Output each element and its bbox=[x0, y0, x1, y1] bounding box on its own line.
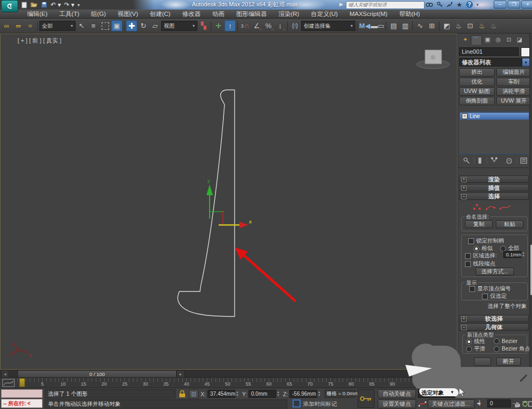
all-radio-icon[interactable] bbox=[500, 246, 506, 252]
bezier-corner-radio-icon[interactable] bbox=[494, 346, 500, 352]
search-input[interactable]: 键入关键字或短语 bbox=[346, 1, 425, 9]
rollout-interpolation[interactable]: +插值 bbox=[459, 184, 529, 191]
viewcube[interactable]: 前 bbox=[417, 50, 450, 69]
move-gizmo[interactable]: y x bbox=[206, 178, 252, 228]
select-and-link-icon[interactable]: ∞ bbox=[1, 20, 12, 31]
set-key-button[interactable]: 设置关键点 bbox=[378, 399, 416, 408]
modifier-button[interactable]: 倒角剖面 bbox=[459, 97, 495, 105]
render-setup-icon[interactable]: ♨ bbox=[453, 20, 464, 31]
keyboard-override-toggle-icon[interactable]: ↑ bbox=[225, 20, 236, 31]
window-crossing-toggle-icon[interactable]: ▣ bbox=[111, 20, 122, 31]
similar-radio-icon[interactable] bbox=[473, 246, 479, 252]
area-threshold-field[interactable]: 0.1mm bbox=[503, 251, 521, 258]
linear-radio-icon[interactable] bbox=[466, 339, 472, 345]
spline-subobject-icon[interactable] bbox=[500, 205, 510, 210]
auto-key-button[interactable]: 自动关键点 bbox=[378, 389, 416, 398]
lock-handles-checkbox[interactable]: 锁定控制柄 bbox=[468, 237, 504, 245]
z-coord-spinner[interactable]: ▲▼ bbox=[318, 390, 322, 397]
menu-item[interactable]: 创建(C) bbox=[144, 10, 176, 18]
schematic-view-icon[interactable]: ⊞ bbox=[426, 20, 437, 31]
time-tag-icon[interactable] bbox=[293, 399, 301, 407]
show-vertex-numbers-box-icon[interactable] bbox=[469, 286, 475, 292]
tab-utilities-icon[interactable]: ◪ bbox=[514, 35, 525, 44]
viewport-label[interactable]: [ + ] [ 前 ] [ 真实 ] bbox=[18, 37, 61, 45]
menu-item[interactable]: 修改器 bbox=[176, 10, 206, 18]
align-icon[interactable]: ▬▭ bbox=[371, 20, 384, 31]
time-slider-next-icon[interactable]: ▸ bbox=[177, 370, 185, 378]
favorites-star-icon[interactable]: ★ bbox=[456, 1, 462, 9]
timeline-ruler[interactable]: 051015202530354045505560657075808590 bbox=[0, 378, 458, 388]
redo-icon[interactable]: ↷ ▾ bbox=[64, 1, 74, 9]
menu-item[interactable]: 编辑(E) bbox=[21, 10, 53, 18]
smooth-radio-icon[interactable] bbox=[466, 346, 472, 352]
macro-recorder-field[interactable] bbox=[1, 389, 43, 398]
show-end-result-icon[interactable] bbox=[479, 158, 481, 163]
menu-item[interactable]: 图形编辑器 bbox=[230, 10, 273, 18]
selected-only-checkbox[interactable]: 仅选定 bbox=[482, 293, 507, 300]
spinner-snap-icon[interactable]: ↕∩ bbox=[275, 20, 286, 31]
named-selection-sets-dropdown[interactable]: 创建选择集▾ bbox=[301, 21, 355, 31]
modifier-stack[interactable]: ▪ Line bbox=[459, 112, 530, 154]
qat-customize-icon[interactable]: ▾ bbox=[78, 3, 80, 7]
absolute-offset-toggle-icon[interactable]: ⊡ bbox=[189, 390, 198, 399]
go-to-start-icon[interactable]: ◂◂▏ bbox=[477, 400, 482, 406]
paste-button[interactable]: 粘贴 bbox=[496, 220, 523, 228]
modifier-list-dropdown[interactable]: 修改器列表 bbox=[459, 58, 522, 66]
stack-item-line[interactable]: ▪ Line bbox=[460, 113, 529, 120]
select-and-manipulate-icon[interactable]: ✛ bbox=[213, 20, 224, 31]
segment-subobject-icon[interactable] bbox=[486, 206, 495, 210]
undo-icon[interactable]: ↶ ▾ bbox=[51, 1, 61, 9]
reference-coordinate-dropdown[interactable]: 视图▾ bbox=[161, 21, 197, 31]
render-production-icon[interactable]: ♨ bbox=[476, 20, 487, 31]
maximize-viewport-icon[interactable] bbox=[528, 400, 532, 408]
show-vertex-numbers-checkbox[interactable]: 显示顶点编号 bbox=[469, 285, 511, 293]
help-dropdown-icon[interactable]: ▾ bbox=[477, 3, 479, 7]
tab-display-icon[interactable]: ⊡ bbox=[504, 35, 514, 44]
pin-stack-icon[interactable] bbox=[464, 158, 469, 163]
search-binoculars-icon[interactable] bbox=[426, 2, 433, 7]
snap-toggle-3d-icon[interactable]: 3∩ bbox=[239, 20, 251, 31]
front-viewport[interactable]: [ + ] [ 前 ] [ 真实 ] 前 y x bbox=[0, 34, 458, 370]
rollout-selection[interactable]: −选择 bbox=[459, 193, 529, 200]
time-slider-handle[interactable]: 0 / 100 bbox=[18, 370, 177, 378]
modifier-button[interactable]: 车削 bbox=[496, 78, 532, 86]
current-frame-marker[interactable] bbox=[19, 378, 25, 387]
subscription-key-icon[interactable] bbox=[437, 2, 443, 7]
z-coord-field[interactable]: -56.96mm bbox=[289, 390, 317, 398]
new-key-curve-icon[interactable] bbox=[418, 399, 427, 408]
linear-radio[interactable]: 线性 bbox=[466, 338, 485, 345]
menu-item[interactable]: 渲染(R) bbox=[272, 10, 305, 18]
mirror-icon[interactable]: M◀ bbox=[359, 20, 370, 31]
remove-modifier-icon[interactable] bbox=[507, 158, 511, 163]
rendered-frame-window-icon[interactable]: ⊡ bbox=[464, 20, 476, 31]
use-pivot-center-icon[interactable]: ▚ bbox=[198, 20, 209, 31]
percent-snap-icon[interactable]: %∩ bbox=[263, 20, 274, 31]
configure-modifier-sets-icon[interactable] bbox=[521, 158, 527, 163]
menu-item[interactable]: 自定义(U) bbox=[305, 10, 343, 18]
render-iterative-icon[interactable]: ♨ bbox=[488, 20, 499, 31]
maximize-button[interactable]: ❒ bbox=[508, 1, 520, 9]
select-object-icon[interactable]: ↖ bbox=[76, 20, 87, 31]
modifier-button[interactable]: 编辑面片 bbox=[496, 68, 532, 77]
set-keys-button[interactable] bbox=[358, 389, 375, 408]
copy-button[interactable]: 复制 bbox=[465, 220, 493, 228]
material-editor-icon[interactable]: ◩ bbox=[441, 20, 452, 31]
segment-end-box-icon[interactable] bbox=[465, 261, 471, 267]
menu-item[interactable]: 组(G) bbox=[85, 10, 112, 18]
orbit-icon[interactable] bbox=[522, 400, 528, 408]
area-threshold-spinner[interactable]: ▲▼ bbox=[522, 251, 527, 258]
select-by-button[interactable]: 选择方式... bbox=[476, 268, 514, 276]
rollout-geometry[interactable]: −几何体 bbox=[459, 323, 529, 331]
tab-create-icon[interactable]: ✦ bbox=[460, 35, 470, 44]
x-coord-field[interactable]: 37.454mm bbox=[207, 390, 235, 398]
modifier-button[interactable]: 挤出 bbox=[459, 68, 495, 77]
menu-item[interactable]: 帮助(H) bbox=[393, 10, 426, 18]
y-coord-spinner[interactable]: ▲▼ bbox=[277, 390, 281, 397]
modifier-button[interactable]: 优化 bbox=[459, 78, 495, 86]
menu-item[interactable]: 工具(T) bbox=[53, 10, 85, 18]
close-button[interactable]: × bbox=[521, 1, 532, 9]
infocenter-expand-icon[interactable]: ▶ bbox=[339, 2, 343, 7]
tab-hierarchy-icon[interactable]: ▣ bbox=[483, 35, 493, 44]
selection-lock-icon[interactable] bbox=[179, 390, 186, 398]
help-icon[interactable]: ? bbox=[466, 1, 473, 8]
